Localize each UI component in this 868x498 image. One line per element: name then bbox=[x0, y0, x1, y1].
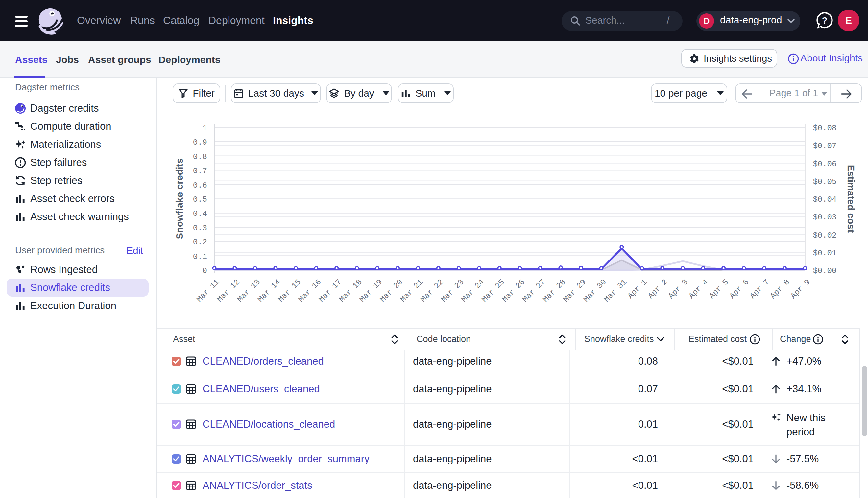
svg-text:Apr 2: Apr 2 bbox=[647, 278, 669, 301]
svg-text:$0.03: $0.03 bbox=[813, 213, 837, 222]
svg-text:0.8: 0.8 bbox=[193, 153, 207, 161]
svg-text:?: ? bbox=[822, 15, 827, 26]
svg-text:Apr 6: Apr 6 bbox=[728, 278, 751, 301]
svg-text:$0.08: $0.08 bbox=[813, 124, 837, 133]
svg-text:$0.06: $0.06 bbox=[813, 160, 837, 169]
svg-text:$0.07: $0.07 bbox=[813, 142, 837, 150]
svg-text:$0.02: $0.02 bbox=[813, 231, 837, 240]
svg-text:0: 0 bbox=[203, 266, 207, 275]
svg-text:$0.05: $0.05 bbox=[813, 178, 837, 186]
svg-text:$0.01: $0.01 bbox=[813, 249, 837, 258]
svg-text:0.3: 0.3 bbox=[193, 224, 207, 233]
svg-text:0.2: 0.2 bbox=[193, 238, 207, 247]
svg-text:Apr 7: Apr 7 bbox=[748, 278, 771, 301]
svg-text:Apr 8: Apr 8 bbox=[768, 278, 791, 301]
svg-text:1: 1 bbox=[203, 124, 207, 133]
svg-text:Estimated cost: Estimated cost bbox=[846, 165, 856, 233]
svg-text:0.5: 0.5 bbox=[193, 195, 207, 204]
svg-text:0.4: 0.4 bbox=[193, 209, 207, 218]
svg-text:Apr 3: Apr 3 bbox=[667, 278, 690, 301]
svg-text:$0.04: $0.04 bbox=[813, 195, 837, 204]
svg-text:Apr 1: Apr 1 bbox=[626, 278, 649, 301]
svg-text:0.1: 0.1 bbox=[193, 252, 207, 261]
svg-text:0.6: 0.6 bbox=[193, 181, 207, 190]
svg-text:$0.00: $0.00 bbox=[813, 266, 837, 275]
svg-text:Snowflake credits: Snowflake credits bbox=[174, 158, 185, 239]
svg-text:Apr 9: Apr 9 bbox=[789, 278, 812, 301]
svg-text:0.7: 0.7 bbox=[193, 167, 207, 175]
svg-text:0.9: 0.9 bbox=[193, 138, 207, 147]
svg-text:Apr 4: Apr 4 bbox=[687, 278, 710, 301]
svg-text:Apr 5: Apr 5 bbox=[707, 278, 730, 301]
